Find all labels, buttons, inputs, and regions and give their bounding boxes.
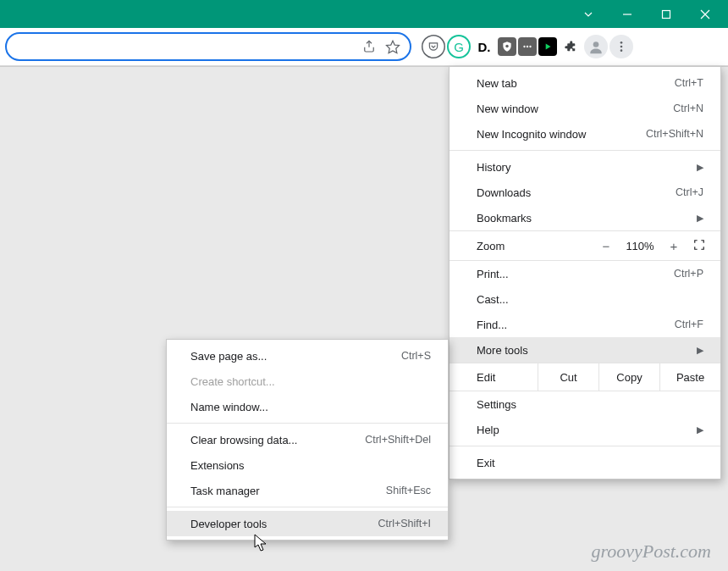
svg-point-6 [523, 46, 525, 47]
menu-item[interactable]: Print...Ctrl+P [449, 261, 720, 286]
maximize-button[interactable] [647, 0, 686, 28]
svg-point-12 [620, 46, 623, 48]
close-button[interactable] [686, 0, 725, 28]
copy-button[interactable]: Copy [598, 363, 659, 391]
shortcut-text: Ctrl+F [675, 319, 703, 330]
zoom-label: Zoom [477, 240, 593, 252]
menu-item[interactable]: New tabCtrl+T [449, 70, 720, 96]
menu-label: Find... [477, 319, 507, 331]
svg-point-5 [505, 45, 509, 48]
watermark: groovyPost.com [591, 541, 711, 563]
menu-label: New tab [477, 77, 517, 90]
menu-item[interactable]: More tools▶ [449, 337, 720, 363]
grammarly-icon[interactable]: G [447, 35, 471, 58]
submenu-label: Create shortcut... [190, 375, 275, 388]
submenu-item: Create shortcut... [167, 369, 448, 394]
menu-item[interactable]: Bookmarks▶ [449, 205, 720, 230]
menu-label: Bookmarks [477, 212, 532, 225]
titlebar [0, 0, 728, 28]
shortcut-text: Ctrl+N [673, 103, 703, 114]
svg-point-10 [593, 42, 599, 47]
zoom-out-button[interactable]: − [593, 239, 619, 253]
submenu-item[interactable]: Save page as...Ctrl+S [167, 343, 448, 369]
menu-item[interactable]: DownloadsCtrl+J [449, 180, 720, 205]
shortcut-text: Ctrl+P [674, 268, 703, 280]
address-bar[interactable] [5, 32, 411, 61]
svg-marker-9 [546, 44, 551, 50]
svg-point-13 [620, 49, 623, 52]
menu-item[interactable]: Settings [449, 391, 720, 417]
menu-separator [449, 150, 720, 151]
tab-dropdown-button[interactable] [569, 0, 608, 28]
menu-label: New window [477, 103, 538, 115]
square-icon[interactable] [518, 37, 537, 56]
extensions-row: GD. [422, 35, 633, 58]
chevron-right-icon: ▶ [697, 424, 703, 435]
submenu-item[interactable]: Extensions [167, 452, 448, 478]
shortcut-text: Ctrl+J [676, 186, 703, 198]
menu-label: Print... [477, 268, 509, 280]
submenu-item[interactable]: Name window... [167, 394, 448, 419]
submenu-item[interactable]: Clear browsing data...Ctrl+Shift+Del [167, 427, 448, 452]
menu-item[interactable]: New Incognito windowCtrl+Shift+N [449, 121, 720, 147]
menu-item[interactable]: Help▶ [449, 417, 720, 442]
menu-label: Exit [477, 457, 495, 469]
d-icon[interactable]: D. [472, 35, 496, 58]
shortcut-text: Ctrl+Shift+Del [365, 434, 431, 446]
menu-item[interactable]: Exit [449, 450, 720, 475]
menu-item[interactable]: New windowCtrl+N [449, 96, 720, 121]
submenu-label: Task manager [190, 485, 260, 497]
fullscreen-button[interactable] [687, 239, 712, 253]
menu-label: New Incognito window [477, 128, 586, 141]
menu-label: Settings [477, 398, 516, 411]
submenu-label: Developer tools [190, 518, 267, 530]
star-icon[interactable] [381, 35, 405, 58]
svg-point-8 [529, 46, 531, 47]
minimize-button[interactable] [608, 0, 647, 28]
menu-separator [167, 423, 448, 424]
edit-label: Edit [449, 371, 538, 384]
submenu-label: Extensions [190, 459, 245, 472]
main-menu: New tabCtrl+TNew windowCtrl+NNew Incogni… [449, 66, 721, 480]
pocket-icon[interactable] [422, 35, 445, 58]
svg-rect-1 [663, 10, 670, 18]
menu-label: Help [477, 424, 499, 436]
share-icon[interactable] [357, 35, 381, 58]
more-tools-submenu: Save page as...Ctrl+SCreate shortcut...N… [166, 339, 449, 541]
edit-row: EditCutCopyPaste [449, 363, 720, 391]
svg-point-7 [527, 46, 528, 47]
shortcut-text: Shift+Esc [386, 485, 431, 496]
shortcut-text: Ctrl+T [675, 77, 703, 89]
svg-marker-4 [387, 41, 400, 53]
chevron-right-icon: ▶ [697, 213, 703, 224]
submenu-item[interactable]: Task managerShift+Esc [167, 478, 448, 503]
menu-label: More tools [477, 344, 528, 357]
menu-icon[interactable] [609, 35, 633, 58]
menu-separator [449, 446, 720, 446]
submenu-label: Name window... [190, 401, 268, 413]
zoom-in-button[interactable]: + [661, 239, 687, 253]
shortcut-text: Ctrl+Shift+N [646, 128, 703, 140]
svg-point-11 [620, 42, 623, 44]
profile-icon[interactable] [584, 35, 608, 58]
zoom-row: Zoom−110%+ [449, 230, 720, 261]
menu-label: Downloads [477, 186, 531, 199]
menu-item[interactable]: History▶ [449, 154, 720, 180]
paste-button[interactable]: Paste [659, 363, 720, 391]
submenu-item[interactable]: Developer toolsCtrl+Shift+I [167, 511, 448, 536]
menu-item[interactable]: Cast... [449, 286, 720, 312]
play-icon[interactable] [538, 37, 557, 56]
shortcut-text: Ctrl+Shift+I [378, 518, 431, 529]
menu-label: History [477, 161, 510, 174]
menu-label: Cast... [477, 293, 509, 306]
submenu-label: Clear browsing data... [190, 434, 297, 446]
toolbar: GD. [0, 28, 728, 66]
cut-button[interactable]: Cut [538, 363, 598, 391]
submenu-label: Save page as... [190, 350, 267, 363]
shortcut-text: Ctrl+S [401, 350, 431, 362]
menu-item[interactable]: Find...Ctrl+F [449, 312, 720, 337]
zoom-value: 110% [619, 240, 661, 252]
chevron-right-icon: ▶ [697, 162, 703, 173]
puzzle-icon[interactable] [559, 35, 582, 58]
ublock-icon[interactable] [498, 37, 516, 56]
